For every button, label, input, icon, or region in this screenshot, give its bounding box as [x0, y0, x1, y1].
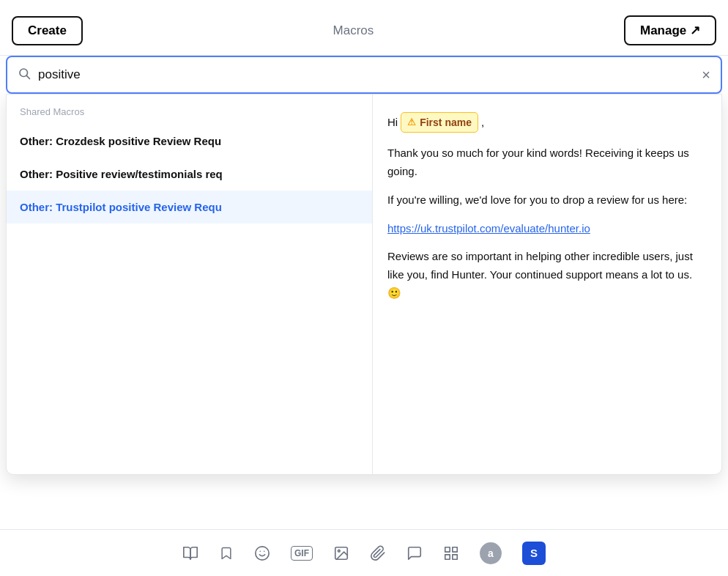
search-icon [18, 67, 31, 84]
top-bar: Create Macros Manage ↗ [0, 6, 728, 56]
link-paragraph: https://uk.trustpilot.com/evaluate/hunte… [387, 220, 707, 238]
list-item[interactable]: Other: Crozdesk positive Review Requ [7, 125, 372, 158]
book-icon[interactable] [182, 545, 198, 561]
manage-button[interactable]: Manage ↗ [624, 15, 716, 45]
avatar-icon[interactable]: a [480, 542, 502, 564]
paragraph-2: If you're willing, we'd love for you to … [387, 191, 707, 210]
create-button[interactable]: Create [12, 16, 83, 45]
svg-rect-10 [453, 554, 457, 558]
gif-icon[interactable]: GIF [291, 546, 313, 561]
right-panel: Hi ⚠ First name , Thank you so much for … [373, 95, 721, 474]
bottom-toolbar: GIF a S [0, 529, 728, 576]
emoji-icon[interactable] [254, 545, 270, 561]
trustpilot-link[interactable]: https://uk.trustpilot.com/evaluate/hunte… [387, 222, 590, 235]
svg-rect-9 [445, 554, 450, 558]
dropdown-panel: Shared Macros Other: Crozdesk positive R… [6, 94, 722, 475]
chat-icon[interactable] [406, 545, 423, 561]
svg-rect-8 [453, 547, 457, 551]
svg-rect-7 [445, 547, 450, 551]
search-bar: × [6, 56, 722, 94]
paragraph-3: Reviews are so important in helping othe… [387, 248, 707, 302]
clear-icon[interactable]: × [702, 67, 710, 84]
first-name-badge: ⚠ First name [401, 112, 478, 133]
grid-icon[interactable] [443, 545, 459, 561]
paragraph-1: Thank you so much for your kind words! R… [387, 144, 707, 181]
bookmark-icon[interactable] [219, 545, 234, 561]
comma-text: , [481, 114, 484, 131]
svg-point-6 [338, 550, 340, 552]
warning-icon: ⚠ [407, 115, 416, 130]
s-icon[interactable]: S [522, 542, 546, 565]
main-wrapper: Create Macros Manage ↗ × Shared Macros O… [0, 0, 728, 576]
greeting-text: Hi [387, 114, 398, 131]
svg-point-2 [256, 546, 269, 559]
macros-title: Macros [333, 23, 374, 38]
search-input[interactable] [38, 67, 696, 82]
greeting-line: Hi ⚠ First name , [387, 112, 707, 133]
list-item[interactable]: Other: Trustpilot positive Review Requ [7, 191, 372, 224]
first-name-label: First name [420, 114, 472, 130]
image-icon[interactable] [333, 545, 349, 561]
list-item[interactable]: Other: Positive review/testimonials req [7, 158, 372, 191]
section-header: Shared Macros [7, 106, 372, 125]
attachment-icon[interactable] [370, 545, 386, 561]
svg-line-1 [26, 75, 29, 78]
left-panel: Shared Macros Other: Crozdesk positive R… [7, 95, 373, 474]
